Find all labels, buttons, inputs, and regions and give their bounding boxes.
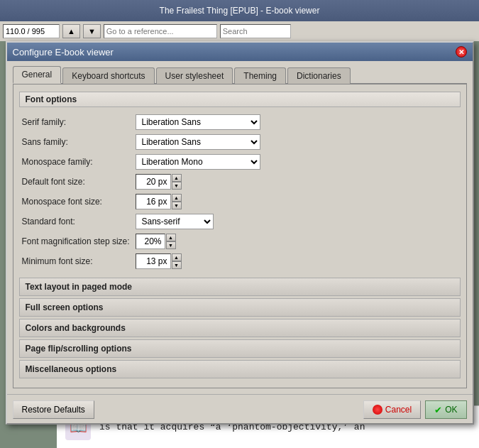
tab-general[interactable]: General bbox=[13, 66, 62, 84]
monospace-font-size-input[interactable] bbox=[136, 194, 171, 209]
default-font-size-down[interactable]: ▼ bbox=[172, 182, 182, 190]
pageflip-label: Page flip/scrolling options bbox=[26, 344, 132, 354]
font-options-header: Font options bbox=[19, 92, 461, 107]
minimum-font-size-btns: ▲ ▼ bbox=[172, 253, 182, 269]
tab-general-label: General bbox=[22, 70, 53, 80]
restore-defaults-label: Restore Defaults bbox=[22, 405, 85, 415]
text-layout-section[interactable]: Text layout in paged mode bbox=[19, 278, 461, 296]
monospace-family-label: Monospace family: bbox=[22, 157, 136, 167]
default-font-size-input[interactable] bbox=[136, 174, 171, 190]
misc-label: Miscellaneous options bbox=[26, 364, 117, 374]
standard-font-label: Standard font: bbox=[22, 217, 136, 226]
sans-family-label: Sans family: bbox=[22, 137, 136, 147]
monospace-family-combo[interactable]: Liberation Mono bbox=[136, 154, 260, 170]
minimum-font-size-input[interactable] bbox=[136, 253, 171, 269]
standard-font-control: Sans-serif Serif Monospace bbox=[136, 214, 458, 229]
tab-dictionaries[interactable]: Dictionaries bbox=[287, 67, 351, 84]
cancel-button[interactable]: Cancel bbox=[363, 400, 421, 419]
monospace-font-size-down[interactable]: ▼ bbox=[172, 202, 182, 209]
tab-stylesheet-label: User stylesheet bbox=[165, 71, 224, 81]
sans-family-select[interactable]: Liberation Sans bbox=[136, 134, 260, 150]
default-font-size-label: Default font size: bbox=[22, 177, 136, 187]
font-magnification-input[interactable] bbox=[136, 234, 165, 249]
minimum-font-size-label: Minimum font size: bbox=[22, 256, 136, 266]
font-magnification-label: Font magnification step size: bbox=[22, 236, 136, 246]
monospace-family-select[interactable]: Liberation Mono bbox=[136, 154, 260, 170]
dialog-overlay: Configure E-book viewer ✕ General Keyboa… bbox=[0, 0, 479, 448]
minimum-font-size-control: ▲ ▼ bbox=[136, 253, 458, 269]
fullscreen-section[interactable]: Full screen options bbox=[19, 298, 461, 317]
cancel-icon bbox=[373, 405, 382, 415]
footer-right-btns: Cancel ✔ OK bbox=[363, 400, 467, 419]
minimum-font-size-up[interactable]: ▲ bbox=[172, 253, 182, 261]
tab-dictionaries-label: Dictionaries bbox=[297, 71, 341, 81]
restore-defaults-button[interactable]: Restore Defaults bbox=[13, 400, 94, 419]
font-options-label: Font options bbox=[26, 94, 77, 104]
dialog-close-button[interactable]: ✕ bbox=[456, 46, 467, 58]
tab-keyboard[interactable]: Keyboard shortcuts bbox=[62, 67, 154, 84]
serif-family-combo[interactable]: Liberation Sans bbox=[136, 114, 260, 130]
font-magnification-btns: ▲ ▼ bbox=[166, 234, 176, 249]
sans-family-combo[interactable]: Liberation Sans bbox=[136, 134, 260, 150]
dialog-title: Configure E-book viewer bbox=[13, 47, 114, 58]
minimum-font-size-down[interactable]: ▼ bbox=[172, 261, 182, 269]
colors-label: Colors and backgrounds bbox=[26, 323, 126, 333]
dialog-footer: Restore Defaults Cancel ✔ OK bbox=[7, 394, 473, 423]
sans-family-control: Liberation Sans bbox=[136, 134, 458, 150]
font-magnification-control: ▲ ▼ bbox=[136, 234, 458, 249]
font-magnification-spinbox: ▲ ▼ bbox=[136, 234, 176, 249]
tab-theming[interactable]: Theming bbox=[234, 67, 286, 84]
ok-button[interactable]: ✔ OK bbox=[425, 400, 466, 419]
monospace-font-size-label: Monospace font size: bbox=[22, 197, 136, 207]
cancel-label: Cancel bbox=[385, 405, 412, 415]
ok-label: OK bbox=[445, 405, 457, 415]
font-options-form: Serif family: Liberation Sans Sans famil… bbox=[19, 114, 461, 269]
monospace-font-size-up[interactable]: ▲ bbox=[172, 194, 182, 202]
monospace-font-size-control: ▲ ▼ bbox=[136, 194, 458, 209]
serif-family-select[interactable]: Liberation Sans bbox=[136, 114, 260, 130]
monospace-family-control: Liberation Mono bbox=[136, 154, 458, 170]
ok-check-icon: ✔ bbox=[434, 405, 442, 415]
pageflip-section[interactable]: Page flip/scrolling options bbox=[19, 339, 461, 358]
font-magnification-up[interactable]: ▲ bbox=[166, 234, 176, 241]
colors-section[interactable]: Colors and backgrounds bbox=[19, 319, 461, 337]
tab-keyboard-label: Keyboard shortcuts bbox=[72, 71, 145, 81]
minimum-font-size-spinbox: ▲ ▼ bbox=[136, 253, 182, 269]
monospace-font-size-spinbox: ▲ ▼ bbox=[136, 194, 182, 209]
serif-family-label: Serif family: bbox=[22, 117, 136, 127]
font-magnification-down[interactable]: ▼ bbox=[166, 241, 176, 249]
default-font-size-up[interactable]: ▲ bbox=[172, 174, 182, 182]
default-font-size-btns: ▲ ▼ bbox=[172, 174, 182, 190]
standard-font-combo[interactable]: Sans-serif Serif Monospace bbox=[136, 214, 214, 229]
text-layout-label: Text layout in paged mode bbox=[26, 282, 132, 292]
configure-dialog: Configure E-book viewer ✕ General Keyboa… bbox=[6, 41, 474, 425]
default-font-size-spinbox: ▲ ▼ bbox=[136, 174, 182, 190]
tab-stylesheet[interactable]: User stylesheet bbox=[156, 67, 233, 84]
fullscreen-label: Full screen options bbox=[26, 302, 104, 312]
tabs-bar: General Keyboard shortcuts User styleshe… bbox=[13, 65, 467, 84]
monospace-font-size-btns: ▲ ▼ bbox=[172, 194, 182, 209]
dialog-body: General Keyboard shortcuts User styleshe… bbox=[7, 61, 473, 394]
tab-content-general: Font options Serif family: Liberation Sa… bbox=[13, 84, 467, 388]
default-font-size-control: ▲ ▼ bbox=[136, 174, 458, 190]
serif-family-control: Liberation Sans bbox=[136, 114, 458, 130]
standard-font-select[interactable]: Sans-serif Serif Monospace bbox=[136, 214, 214, 229]
tab-theming-label: Theming bbox=[243, 71, 277, 81]
misc-section[interactable]: Miscellaneous options bbox=[19, 360, 461, 378]
dialog-titlebar: Configure E-book viewer ✕ bbox=[7, 43, 473, 61]
